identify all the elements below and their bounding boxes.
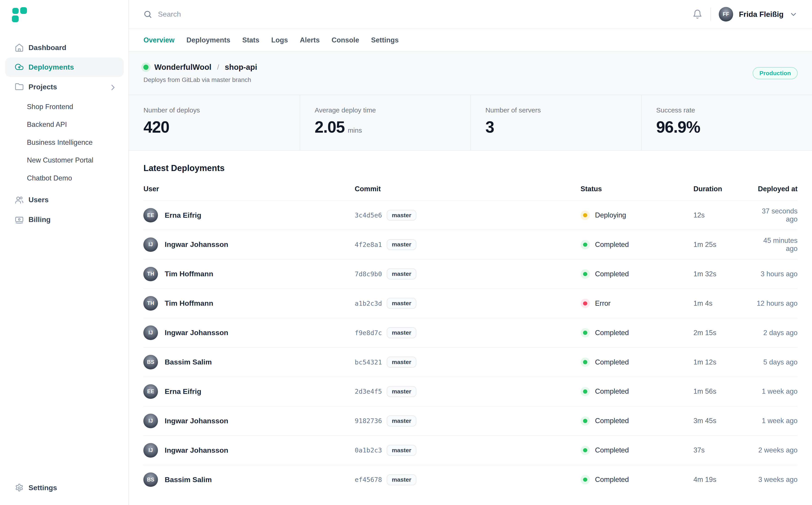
deployed-at: 12 hours ago xyxy=(756,299,798,308)
stat-value: 96.9% xyxy=(656,118,700,136)
status-halo xyxy=(581,416,590,426)
status-cell: Completed xyxy=(581,475,693,484)
breadcrumb-repo[interactable]: shop-api xyxy=(225,63,257,71)
status-cell: Completed xyxy=(581,240,693,249)
commit-cell: 4f2e8a1 master xyxy=(355,239,581,250)
table-row[interactable]: IJ Ingwar Johansson f9e8d7c master Compl… xyxy=(143,318,797,347)
sidebar-item-project-business-intelligence[interactable]: Business Intelligence xyxy=(0,134,128,152)
user-name: Tim Hoffmann xyxy=(165,299,213,308)
table-row[interactable]: BS Bassim Salim ef45678 master Completed… xyxy=(143,465,797,494)
tab-console[interactable]: Console xyxy=(332,36,359,44)
stats-row: Number of deploys 420 Average deploy tim… xyxy=(129,95,812,151)
commit-hash[interactable]: f9e8d7c xyxy=(355,329,382,337)
status-label: Completed xyxy=(595,387,629,395)
commit-hash[interactable]: 2d3e4f5 xyxy=(355,388,382,395)
commit-cell: f9e8d7c master xyxy=(355,327,581,338)
table-row[interactable]: IJ Ingwar Johansson 0a1b2c3 master Compl… xyxy=(143,436,797,465)
deployed-at: 1 week ago xyxy=(756,417,798,425)
branch-badge[interactable]: master xyxy=(387,445,416,456)
stat-value: 420 xyxy=(143,118,169,136)
commit-hash[interactable]: 0a1b2c3 xyxy=(355,447,382,454)
commit-hash[interactable]: 7d8c9b0 xyxy=(355,270,382,278)
user-name: Ingwar Johansson xyxy=(165,240,228,249)
breadcrumb-org[interactable]: WonderfulWool xyxy=(154,63,211,71)
sidebar-item-project-new-customer-portal[interactable]: New Customer Portal xyxy=(0,151,128,169)
stat-label: Average deploy time xyxy=(315,107,470,114)
status-cell: Completed xyxy=(581,416,693,426)
topbar-divider xyxy=(710,8,711,21)
main-content: FF Frida Fleißig Overview Deployments St… xyxy=(129,0,812,505)
tab-logs[interactable]: Logs xyxy=(271,36,288,44)
status-cell: Completed xyxy=(581,446,693,455)
user-cell: BS Bassim Salim xyxy=(143,473,355,487)
status-dot xyxy=(583,213,587,217)
branch-badge[interactable]: master xyxy=(387,298,416,309)
avatar: IJ xyxy=(143,413,158,428)
bell-icon[interactable] xyxy=(692,9,703,19)
sidebar-item-settings[interactable]: Settings xyxy=(5,478,124,498)
cloud-upload-icon xyxy=(15,62,24,72)
table-header: User Commit Status Duration Deployed at xyxy=(143,185,797,200)
commit-hash[interactable]: ef45678 xyxy=(355,476,382,483)
status-cell: Completed xyxy=(581,328,693,337)
user-cell: EE Erna Eifrig xyxy=(143,384,355,399)
user-name: Bassim Salim xyxy=(165,476,212,484)
branch-badge[interactable]: master xyxy=(387,239,416,250)
tab-overview[interactable]: Overview xyxy=(143,36,175,44)
stat-suffix: mins xyxy=(348,127,362,134)
sidebar-item-deployments[interactable]: Deployments xyxy=(5,57,124,77)
status-cell: Error xyxy=(581,299,693,308)
branch-badge[interactable]: master xyxy=(387,210,416,221)
commit-hash[interactable]: 3c4d5e6 xyxy=(355,211,382,219)
sidebar-item-projects[interactable]: Projects xyxy=(5,77,124,97)
sidebar-item-project-shop-frontend[interactable]: Shop Frontend xyxy=(0,98,128,116)
branch-badge[interactable]: master xyxy=(387,386,416,397)
table-row[interactable]: IJ Ingwar Johansson 4f2e8a1 master Compl… xyxy=(143,229,797,259)
status-dot xyxy=(583,360,587,364)
tab-alerts[interactable]: Alerts xyxy=(300,36,320,44)
commit-cell: bc54321 master xyxy=(355,357,581,368)
logo-square xyxy=(12,15,19,22)
tab-stats[interactable]: Stats xyxy=(242,36,259,44)
table-row[interactable]: TH Tim Hoffmann a1b2c3d master Error 1m … xyxy=(143,289,797,318)
table-row[interactable]: EE Erna Eifrig 3c4d5e6 master Deploying … xyxy=(143,200,797,230)
commit-cell: 2d3e4f5 master xyxy=(355,386,581,397)
branch-badge[interactable]: master xyxy=(387,415,416,427)
branch-badge[interactable]: master xyxy=(387,269,416,280)
table-row[interactable]: TH Tim Hoffmann 7d8c9b0 master Completed… xyxy=(143,259,797,289)
status-dot xyxy=(583,301,587,306)
commit-hash[interactable]: a1b2c3d xyxy=(355,300,382,307)
tab-deployments[interactable]: Deployments xyxy=(187,36,230,44)
commit-cell: 7d8c9b0 master xyxy=(355,269,581,280)
sidebar-item-label: Billing xyxy=(28,215,117,224)
commit-hash[interactable]: 4f2e8a1 xyxy=(355,241,382,248)
deployed-at: 3 hours ago xyxy=(756,270,798,278)
status-cell: Completed xyxy=(581,387,693,396)
sidebar: Dashboard Deployments Projects Shop Fron… xyxy=(0,0,129,505)
branch-badge[interactable]: master xyxy=(387,474,416,485)
commit-hash[interactable]: bc54321 xyxy=(355,358,382,366)
stat-value: 2.05 xyxy=(315,118,344,136)
branch-badge[interactable]: master xyxy=(387,357,416,368)
sidebar-item-users[interactable]: Users xyxy=(5,190,124,210)
sidebar-item-dashboard[interactable]: Dashboard xyxy=(5,38,124,57)
user-menu[interactable]: FF Frida Fleißig xyxy=(719,7,798,22)
commit-hash[interactable]: 9182736 xyxy=(355,417,382,425)
sidebar-item-billing[interactable]: Billing xyxy=(5,210,124,229)
search-input[interactable] xyxy=(158,10,375,18)
user-cell: TH Tim Hoffmann xyxy=(143,296,355,311)
table-row[interactable]: BS Bassim Salim bc54321 master Completed… xyxy=(143,347,797,377)
folder-icon xyxy=(15,82,24,92)
tab-settings[interactable]: Settings xyxy=(371,36,398,44)
table-row[interactable]: IJ Ingwar Johansson 9182736 master Compl… xyxy=(143,406,797,436)
app-logo[interactable] xyxy=(12,7,27,22)
avatar: BS xyxy=(143,473,158,487)
sidebar-item-project-backend-api[interactable]: Backend API xyxy=(0,116,128,134)
topbar-right: FF Frida Fleißig xyxy=(692,7,797,22)
table-row[interactable]: EE Erna Eifrig 2d3e4f5 master Completed … xyxy=(143,377,797,406)
duration: 1m 32s xyxy=(693,270,756,278)
branch-badge[interactable]: master xyxy=(387,327,416,338)
deployed-at: 45 minutes ago xyxy=(756,236,798,253)
sidebar-item-project-chatbot-demo[interactable]: Chatbot Demo xyxy=(0,169,128,187)
user-name: Bassim Salim xyxy=(165,358,212,366)
